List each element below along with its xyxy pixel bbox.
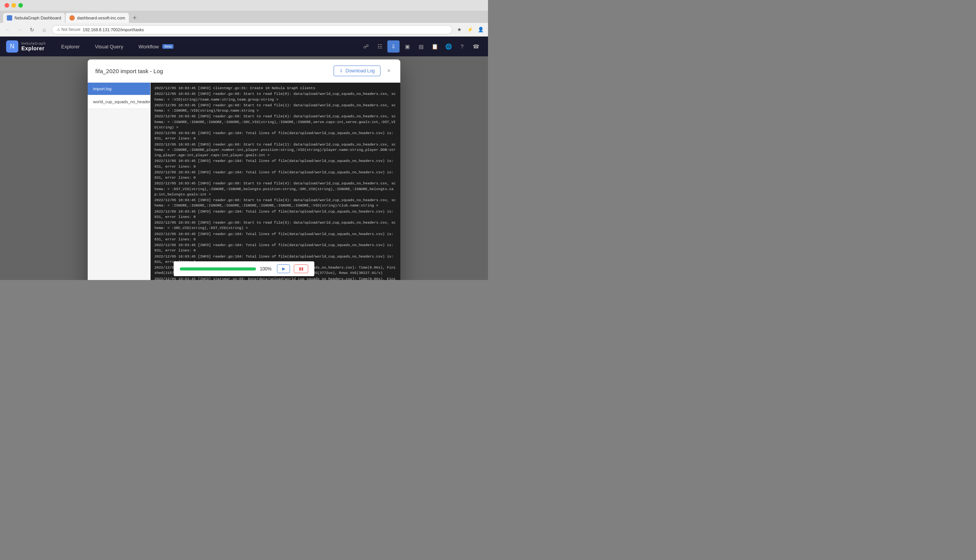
title-bar [0, 0, 488, 11]
minimize-window-button[interactable] [12, 3, 16, 8]
tab-label-dashboard: NebulaGraph Dashboard [15, 16, 61, 20]
header-btn-4[interactable]: ▤ [415, 40, 427, 53]
action-btn-red[interactable]: ▮▮ [294, 264, 308, 273]
file-item-fail-csv[interactable]: world_cup_squads_no_headersFail.csv [88, 95, 150, 109]
profile-button[interactable]: 👤 [476, 25, 485, 34]
nav-explorer[interactable]: Explorer [58, 42, 83, 51]
address-bar: ← → ↻ ⌂ ⚠ Not Secure 192.168.8.131:7002/… [0, 23, 488, 37]
extensions-button[interactable]: ⚡ [466, 25, 474, 34]
header-btn-2[interactable]: ☷ [374, 40, 386, 53]
modal-overlay: fifa_2020 import task - Log ⇩ Download L… [0, 57, 488, 280]
back-button[interactable]: ← [3, 25, 12, 34]
progress-percent: 100% [260, 266, 273, 272]
not-secure-label: Not Secure [61, 27, 80, 32]
log-line: 2022/12/05 10:03:45 [INFO] reader.go:68:… [154, 181, 396, 197]
nav-workflow[interactable]: Workflow Beta [135, 42, 174, 51]
header-btn-1[interactable]: ☍ [360, 40, 372, 53]
beta-badge: Beta [162, 44, 174, 49]
tab-bar: NebulaGraph Dashboard dashboard.vesoft-i… [0, 11, 488, 23]
app-header: N NebulaGraph Explorer Explorer Visual Q… [0, 37, 488, 57]
header-btn-help[interactable]: ? [456, 40, 468, 53]
log-line: 2022/12/05 10:03:45 [INFO] reader.go:184… [154, 209, 396, 220]
log-line: 2022/12/05 10:03:45 [INFO] reader.go:184… [154, 170, 396, 181]
header-btn-globe[interactable]: 🌐 [442, 40, 455, 53]
log-modal: fifa_2020 import task - Log ⇩ Download L… [88, 60, 400, 280]
progress-bar-container: 100% ▶ ▮▮ [174, 261, 314, 276]
nebula-logo-icon: N [6, 40, 18, 53]
log-line: 2022/12/05 10:03:45 [INFO] reader.go:68:… [154, 198, 396, 209]
log-line: 2022/12/05 10:03:45 [INFO] reader.go:184… [154, 158, 396, 170]
log-content[interactable]: 2022/12/05 10:03:45 [INFO] clientmgr.go:… [150, 83, 400, 280]
header-btn-phone[interactable]: ☎ [470, 40, 482, 53]
forward-button[interactable]: → [15, 25, 24, 34]
close-window-button[interactable] [5, 3, 9, 8]
traffic-lights [5, 3, 23, 8]
log-line: 2022/12/05 10:03:45 [INFO] reader.go:184… [154, 131, 396, 142]
address-input[interactable]: ⚠ Not Secure 192.168.8.131:7002/import/t… [52, 25, 452, 34]
log-line: 2022/12/05 10:03:45 [INFO] reader.go:68:… [154, 92, 396, 102]
tab-dashboard[interactable]: NebulaGraph Dashboard [3, 13, 65, 23]
download-icon: ⇩ [339, 68, 343, 73]
logo-text: NebulaGraph Explorer [21, 42, 46, 52]
download-log-label: Download Log [346, 68, 375, 73]
header-btn-3[interactable]: ▣ [401, 40, 413, 53]
address-text: 192.168.8.131:7002/import/tasks [83, 27, 144, 32]
log-line: 2022/12/05 10:03:45 [INFO] reader.go:68:… [154, 114, 396, 130]
tab-favicon-dashboard [7, 15, 12, 20]
close-modal-button[interactable]: × [385, 67, 393, 75]
header-actions: ☍ ☷ ⇩ ▣ ▤ 📋 🌐 ? ☎ [360, 40, 482, 53]
log-line: 2022/12/05 10:03:45 [INFO] reader.go:68:… [154, 220, 396, 231]
file-sidebar: import.log world_cup_squads_no_headersFa… [88, 83, 150, 280]
progress-bar [180, 267, 256, 270]
modal-body: import.log world_cup_squads_no_headersFa… [88, 83, 400, 280]
maximize-window-button[interactable] [18, 3, 23, 8]
action-btn-blue[interactable]: ▶ [277, 264, 290, 273]
log-line: 2022/12/05 10:03:45 [INFO] reader.go:184… [154, 232, 396, 243]
log-line: 2022/12/05 10:03:45 [INFO] reader.go:68:… [154, 142, 396, 158]
modal-header-actions: ⇩ Download Log × [334, 65, 393, 76]
tab-import[interactable]: dashboard.vesoft-inc.com [65, 13, 129, 23]
log-line: 2022/12/05 10:03:45 [INFO] clientmgr.go:… [154, 86, 396, 91]
logo-explorer-label: Explorer [21, 45, 46, 52]
app-container: N NebulaGraph Explorer Explorer Visual Q… [0, 37, 488, 280]
logo-nebula-label: NebulaGraph [21, 42, 46, 45]
main-content: fifa_2020 import task - Log ⇩ Download L… [0, 57, 488, 280]
modal-header: fifa_2020 import task - Log ⇩ Download L… [88, 60, 400, 83]
bookmark-button[interactable]: ★ [455, 25, 464, 34]
nav-workflow-label: Workflow [135, 42, 160, 51]
file-item-import-log[interactable]: import.log [88, 83, 150, 95]
log-line: 2022/12/05 10:03:45 [INFO] reader.go:184… [154, 243, 396, 254]
nav-visual-query[interactable]: Visual Query [92, 42, 126, 51]
new-tab-button[interactable]: + [130, 13, 140, 23]
header-btn-download[interactable]: ⇩ [387, 40, 399, 53]
header-btn-5[interactable]: 📋 [428, 40, 441, 53]
modal-title: fifa_2020 import task - Log [95, 68, 163, 74]
logo-area: N NebulaGraph Explorer [6, 40, 46, 53]
tab-label-import: dashboard.vesoft-inc.com [77, 16, 125, 20]
refresh-button[interactable]: ↻ [27, 25, 37, 34]
log-line: 2022/12/05 10:03:45 [INFO] reader.go:68:… [154, 103, 396, 114]
not-secure-indicator: ⚠ Not Secure [57, 27, 80, 32]
browser-chrome: NebulaGraph Dashboard dashboard.vesoft-i… [0, 0, 488, 37]
home-button[interactable]: ⌂ [40, 25, 49, 34]
toolbar-right: ★ ⚡ 👤 [455, 25, 485, 34]
progress-fill [180, 267, 256, 270]
download-log-button[interactable]: ⇩ Download Log [334, 65, 381, 76]
log-line: 2022/12/05 10:03:45 [INFO] statsmgr.go:8… [154, 277, 396, 280]
tab-favicon-import [69, 15, 75, 20]
